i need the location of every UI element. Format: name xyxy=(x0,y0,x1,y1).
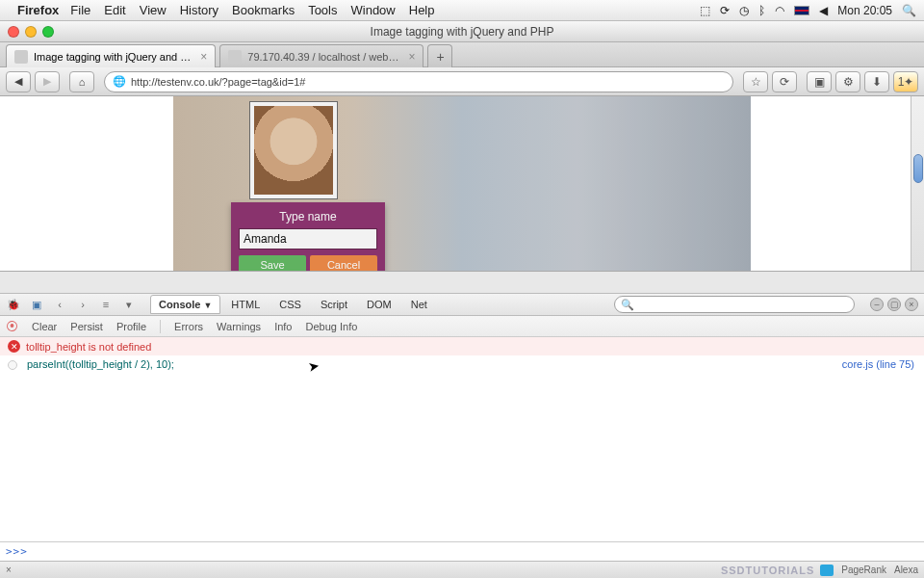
panel-console[interactable]: Console▼ xyxy=(150,295,220,314)
console-code-row[interactable]: parseInt((tolltip_height / 2), 10); xyxy=(0,355,924,373)
url-bar[interactable]: 🌐 http://testenv.co.uk/?page=tag&id=1# xyxy=(104,71,733,92)
errors-filter[interactable]: Errors xyxy=(174,321,203,332)
minimize-panel-button[interactable]: – xyxy=(870,298,884,311)
code-text: parseInt((tolltip_height / 2), 10); xyxy=(27,358,174,370)
firebug-icon[interactable]: 🐞 xyxy=(6,297,21,312)
menu-help[interactable]: Help xyxy=(409,3,435,17)
lines-icon[interactable]: ≡ xyxy=(98,297,114,312)
window-titlebar[interactable]: Image tagging with jQuery and PHP xyxy=(0,21,924,42)
break-icon[interactable]: ⦿ xyxy=(6,319,18,333)
clear-button[interactable]: Clear xyxy=(32,321,57,332)
error-message: tolltip_height is not defined xyxy=(26,341,151,353)
save-button[interactable]: Save xyxy=(239,255,306,272)
window-title: Image tagging with jQuery and PHP xyxy=(0,25,924,39)
console-error-row[interactable]: ✕ tolltip_height is not defined xyxy=(0,337,924,355)
url-value: http://testenv.co.uk/?page=tag&id=1# xyxy=(131,76,305,88)
tooltip-label: Type name xyxy=(239,210,377,223)
forward-button[interactable]: ▶ xyxy=(35,71,60,92)
macos-menubar: Firefox File Edit View History Bookmarks… xyxy=(0,0,924,21)
browser-tab[interactable]: 79.170.40.39 / localhost / web… × xyxy=(219,44,424,67)
bookmark-button[interactable]: ☆ xyxy=(743,71,768,92)
search-icon: 🔍 xyxy=(621,299,634,311)
close-tab-icon[interactable]: × xyxy=(408,50,415,64)
console-subtoolbar: ⦿ Clear Persist Profile Errors Warnings … xyxy=(0,316,924,337)
reload-button[interactable]: ⟳ xyxy=(772,71,797,92)
info-filter[interactable]: Info xyxy=(274,321,292,332)
cancel-button[interactable]: Cancel xyxy=(310,255,377,272)
downloads-button[interactable]: ⬇ xyxy=(864,71,889,92)
panel-dom[interactable]: DOM xyxy=(358,295,400,314)
face-selection-box[interactable] xyxy=(250,102,337,198)
input-flag-icon[interactable] xyxy=(794,6,809,15)
source-link[interactable]: core.js (line 75) xyxy=(842,358,914,370)
menu-edit[interactable]: Edit xyxy=(104,3,125,17)
mouse-cursor-icon: ➤ xyxy=(307,357,321,375)
debuginfo-filter[interactable]: Debug Info xyxy=(305,321,357,332)
menu-view[interactable]: View xyxy=(140,3,167,17)
onepassword-button[interactable]: ▣ xyxy=(807,71,832,92)
close-tab-icon[interactable]: × xyxy=(200,50,207,64)
tab-strip: Image tagging with jQuery and … × 79.170… xyxy=(0,42,924,67)
zoom-window-button[interactable] xyxy=(42,26,54,38)
menu-window[interactable]: Window xyxy=(351,3,396,17)
next-icon[interactable]: › xyxy=(75,297,90,312)
firebug-panel: 🐞 ▣ ‹ › ≡ ▾ Console▼ HTML CSS Script DOM… xyxy=(0,293,924,561)
error-icon: ✕ xyxy=(8,340,20,353)
menu-bookmarks[interactable]: Bookmarks xyxy=(232,3,295,17)
volume-icon[interactable]: ◀ xyxy=(819,4,828,17)
popout-panel-button[interactable]: ▢ xyxy=(887,298,901,311)
browser-window: Image tagging with jQuery and PHP Image … xyxy=(0,21,924,578)
firebug-toolbar: 🐞 ▣ ‹ › ≡ ▾ Console▼ HTML CSS Script DOM… xyxy=(0,293,924,316)
name-input[interactable] xyxy=(239,228,377,250)
firebug-search[interactable]: 🔍 xyxy=(614,296,855,313)
home-button[interactable]: ⌂ xyxy=(69,71,94,92)
back-button[interactable]: ◀ xyxy=(6,71,31,92)
prev-icon[interactable]: ‹ xyxy=(52,297,67,312)
panel-css[interactable]: CSS xyxy=(270,295,310,314)
favicon-icon xyxy=(14,50,28,64)
timemachine-icon[interactable]: ◷ xyxy=(739,4,749,17)
close-panel-button[interactable]: × xyxy=(905,298,918,311)
statusbar-close-icon[interactable]: × xyxy=(6,565,12,575)
dropbox-icon[interactable]: ⬚ xyxy=(700,4,710,17)
persist-button[interactable]: Persist xyxy=(70,321,103,332)
menu-file[interactable]: File xyxy=(70,3,90,17)
tab-label: 79.170.40.39 / localhost / web… xyxy=(247,51,398,63)
dropdown-icon[interactable]: ▾ xyxy=(121,297,137,312)
console-commandline[interactable]: >>> xyxy=(0,541,924,561)
profile-button[interactable]: Profile xyxy=(116,321,146,332)
spotlight-icon[interactable]: 🔍 xyxy=(902,4,916,17)
warnings-filter[interactable]: Warnings xyxy=(217,321,261,332)
scrollbar-thumb[interactable] xyxy=(913,154,923,183)
console-output[interactable]: ✕ tolltip_height is not defined parseInt… xyxy=(0,337,924,541)
sync-icon[interactable]: ⟳ xyxy=(720,4,730,17)
bluetooth-icon[interactable]: ᛒ xyxy=(758,4,765,17)
close-window-button[interactable] xyxy=(8,26,19,38)
menu-history[interactable]: History xyxy=(180,3,218,17)
favicon-icon xyxy=(228,50,242,64)
status-bar: × SSDTUTORIALS PageRank Alexa xyxy=(0,561,924,578)
watermark-logo: SSDTUTORIALS xyxy=(721,565,814,576)
statusbar-indicator-icon[interactable] xyxy=(820,565,834,576)
minimize-window-button[interactable] xyxy=(25,26,37,38)
pagerank-label[interactable]: PageRank xyxy=(841,565,886,575)
alexa-label[interactable]: Alexa xyxy=(894,565,918,575)
page-scrollbar[interactable] xyxy=(911,96,924,271)
tab-label: Image tagging with jQuery and … xyxy=(34,51,191,63)
inspect-icon[interactable]: ▣ xyxy=(29,297,44,312)
addon-button[interactable]: 1✦ xyxy=(893,71,918,92)
tagged-photo[interactable]: Type name Save Cancel xyxy=(173,96,751,271)
panel-html[interactable]: HTML xyxy=(222,295,269,314)
globe-icon: 🌐 xyxy=(113,75,126,88)
menu-tools[interactable]: Tools xyxy=(308,3,337,17)
browser-tab-active[interactable]: Image tagging with jQuery and … × xyxy=(6,44,216,67)
new-tab-button[interactable]: + xyxy=(427,44,452,67)
panel-script[interactable]: Script xyxy=(312,295,356,314)
breakpoint-icon[interactable] xyxy=(8,360,17,370)
nav-toolbar: ◀ ▶ ⌂ 🌐 http://testenv.co.uk/?page=tag&i… xyxy=(0,67,924,96)
panel-net[interactable]: Net xyxy=(402,295,436,314)
wifi-icon[interactable]: ◠ xyxy=(775,4,784,17)
gear-button[interactable]: ⚙ xyxy=(835,71,860,92)
clock[interactable]: Mon 20:05 xyxy=(837,4,892,17)
app-menu[interactable]: Firefox xyxy=(17,3,59,17)
